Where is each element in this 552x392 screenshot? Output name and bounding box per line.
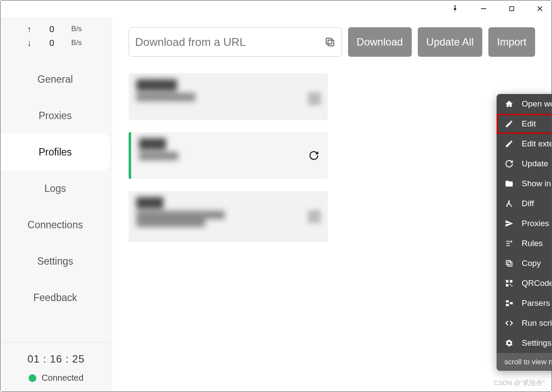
sidebar-status: 01 : 16 : 25 Connected [0, 342, 112, 392]
status-dot-icon [29, 374, 36, 382]
sidebar-item-profiles[interactable]: Profiles [0, 134, 110, 170]
diff-icon [504, 199, 514, 208]
maximize-button[interactable] [504, 3, 520, 14]
ctx-rules[interactable]: Rules [497, 233, 552, 253]
connection-status[interactable]: Connected [0, 373, 112, 383]
minimize-button[interactable] [475, 3, 492, 14]
home-icon [504, 99, 514, 109]
up-arrow-icon: ↑ [26, 24, 32, 34]
rules-icon [504, 239, 514, 248]
button-label: Update All [426, 36, 474, 48]
send-icon [504, 219, 514, 228]
context-menu: Open web page Edit Edit externally Updat… [497, 94, 552, 371]
uptime-timer: 01 : 16 : 25 [0, 353, 112, 365]
sidebar-item-label: Settings [37, 256, 73, 267]
ctx-label: Update [522, 159, 548, 168]
sidebar-nav: General Proxies Profiles Logs Connection… [0, 61, 112, 342]
ctx-qrcode[interactable]: QRCode [497, 273, 552, 293]
profile-card-selected[interactable]: ████ ████████ [129, 132, 328, 179]
parser-icon [504, 298, 514, 308]
close-button[interactable] [532, 3, 548, 14]
speed-panel: ↑ 0 B/s ↓ 0 B/s [0, 17, 112, 53]
ctx-label: Parsers [522, 298, 550, 308]
ctx-label: QRCode [522, 279, 552, 288]
ctx-run-script[interactable]: Run script [497, 313, 552, 333]
ctx-update[interactable]: Update [497, 154, 552, 174]
sidebar-item-proxies[interactable]: Proxies [0, 97, 110, 134]
ctx-label: Run script [522, 318, 552, 328]
svg-rect-4 [328, 40, 334, 46]
ctx-parsers[interactable]: Parsers [497, 293, 552, 313]
toolbar: Download Update All Import [129, 27, 535, 57]
button-label: Download [357, 36, 403, 48]
down-arrow-icon: ↓ [26, 38, 32, 48]
ctx-label: Diff [522, 199, 534, 208]
sidebar-item-settings[interactable]: Settings [0, 243, 110, 279]
main-area: Download Update All Import ██████ ██████… [112, 17, 552, 392]
status-label: Connected [42, 373, 84, 383]
profile-title: ████ [139, 138, 320, 149]
paste-icon[interactable] [324, 36, 336, 48]
ctx-label: Show in folder [522, 179, 552, 188]
sidebar: ↑ 0 B/s ↓ 0 B/s General Proxies Profiles… [0, 17, 112, 392]
ctx-settings[interactable]: Settings [497, 333, 552, 353]
svg-rect-14 [508, 262, 512, 266]
svg-rect-17 [510, 280, 513, 283]
profile-cards: ██████ ████████████ ████ ████████ ████ █… [129, 73, 535, 242]
download-unit: B/s [71, 39, 86, 47]
ctx-diff[interactable]: Diff [497, 194, 552, 214]
ctx-footer[interactable]: scroll to view more ▾ [497, 353, 552, 371]
download-value: 0 [45, 38, 58, 48]
profile-sub2: ██████████████ [136, 219, 320, 227]
svg-rect-23 [510, 302, 513, 305]
ctx-edit-externally[interactable]: Edit externally [497, 134, 552, 154]
ctx-open-web-page[interactable]: Open web page [497, 94, 552, 114]
sidebar-item-label: Profiles [39, 146, 72, 158]
ctx-label: Proxies [522, 219, 549, 228]
profile-card[interactable]: ██████ ████████████ [129, 73, 328, 120]
sidebar-item-label: Logs [45, 183, 66, 194]
svg-rect-5 [326, 38, 332, 44]
ctx-label: Copy [522, 259, 541, 268]
profile-card[interactable]: ████ ██████████████████ ██████████████ [129, 191, 328, 242]
ctx-edit[interactable]: Edit [497, 114, 552, 134]
ctx-show-in-folder[interactable]: Show in folder [497, 174, 552, 194]
profile-corner-icon [308, 92, 321, 105]
profile-corner-icon [308, 210, 321, 223]
profile-sub: ██████████████████ [136, 211, 320, 219]
svg-point-8 [510, 205, 512, 207]
sidebar-item-logs[interactable]: Logs [0, 170, 110, 207]
url-input[interactable] [135, 36, 324, 49]
svg-rect-20 [511, 285, 513, 287]
ctx-label: Edit externally [522, 139, 552, 149]
sidebar-item-general[interactable]: General [0, 61, 110, 97]
ctx-copy[interactable]: Copy [497, 253, 552, 273]
speed-download: ↓ 0 B/s [0, 36, 112, 50]
sidebar-item-connections[interactable]: Connections [0, 207, 110, 243]
ctx-proxies[interactable]: Proxies [497, 214, 552, 233]
sidebar-item-label: Connections [28, 219, 83, 231]
svg-point-7 [506, 205, 507, 207]
button-label: Import [497, 36, 526, 48]
profile-sub: ████████ [139, 152, 320, 160]
reload-icon[interactable] [309, 150, 319, 161]
download-button[interactable]: Download [348, 27, 412, 57]
ctx-label: Edit [522, 119, 536, 129]
ctx-label: Open web page [522, 99, 552, 109]
profile-title: ██████ [136, 79, 320, 91]
sidebar-item-label: Feedback [33, 292, 77, 304]
pencil-icon [504, 139, 514, 149]
ctx-footer-label: scroll to view more [504, 358, 552, 366]
titlebar [0, 0, 552, 17]
copy-icon [504, 259, 514, 268]
sidebar-item-feedback[interactable]: Feedback [0, 279, 110, 316]
update-all-button[interactable]: Update All [418, 27, 482, 57]
pin-icon[interactable] [447, 2, 463, 15]
import-button[interactable]: Import [488, 27, 535, 57]
svg-rect-21 [506, 300, 509, 302]
sidebar-item-label: General [38, 74, 73, 85]
url-input-wrapper[interactable] [129, 27, 342, 57]
refresh-icon [504, 159, 514, 168]
sidebar-item-label: Proxies [39, 110, 72, 122]
svg-rect-22 [506, 304, 509, 306]
